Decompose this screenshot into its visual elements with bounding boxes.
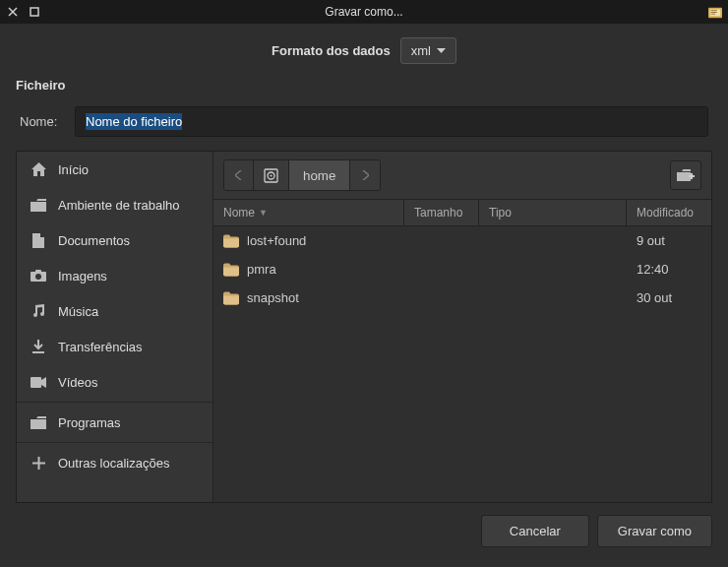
sidebar-item-label: Início [58,162,89,177]
path-forward-button[interactable] [350,160,380,190]
video-icon [30,374,46,390]
cancel-button[interactable]: Cancelar [481,515,589,547]
svg-rect-9 [30,377,41,388]
sidebar-item-label: Vídeos [58,375,97,390]
sidebar-separator [17,402,212,403]
file-type [479,296,627,300]
maximize-icon[interactable] [28,5,41,19]
svg-rect-14 [691,173,693,179]
name-label: Nome: [20,114,63,129]
save-button[interactable]: Gravar como [597,515,712,547]
path-current-button[interactable]: home [289,160,350,190]
sidebar-item-programs[interactable]: Programas [17,405,212,440]
sidebar-separator [17,442,212,443]
folder-icon [223,291,239,305]
column-header-name[interactable]: Nome▼ [213,200,404,225]
folder-icon [30,414,46,430]
sidebar: Início Ambiente de trabalho Documentos I… [17,152,213,502]
table-row[interactable]: pmra 12:40 [213,255,711,284]
camera-icon [30,268,46,284]
main-panel: home Nome▼ Tamanho Tipo Modificado lost+… [213,152,711,502]
format-select[interactable]: xml [400,37,456,64]
download-icon [30,339,46,354]
file-name: lost+found [247,233,306,248]
column-header-modified[interactable]: Modificado [627,200,711,225]
chevron-left-icon [235,170,242,180]
sidebar-item-label: Imagens [58,269,107,284]
file-size [404,239,479,243]
sidebar-item-videos[interactable]: Vídeos [17,364,212,400]
file-modified: 12:40 [627,260,711,279]
sidebar-item-music[interactable]: Música [17,293,212,329]
column-header-type[interactable]: Tipo [479,200,627,225]
file-section-label: Ficheiro [0,74,728,98]
plus-icon [30,455,46,471]
svg-rect-0 [30,8,38,16]
column-header-size[interactable]: Tamanho [404,200,479,225]
file-name: snapshot [247,290,299,305]
doc-icon [30,232,46,248]
disk-icon [264,168,278,183]
file-type [479,268,627,272]
format-row: Formato dos dados xml [0,24,728,74]
action-bar: Cancelar Gravar como [0,503,728,559]
file-browser: Início Ambiente de trabalho Documentos I… [16,151,712,503]
table-row[interactable]: lost+found 9 out [213,226,711,255]
svg-point-12 [271,174,273,176]
titlebar: Gravar como... [0,0,728,24]
file-size [404,296,479,300]
svg-rect-7 [35,270,41,273]
sidebar-item-label: Música [58,304,98,319]
home-icon [30,161,46,177]
folder-icon [223,263,239,277]
file-name: pmra [247,262,276,277]
file-type [479,239,627,243]
window-title: Gravar como... [325,5,402,19]
svg-rect-5 [711,14,715,15]
table-row[interactable]: snapshot 30 out [213,284,711,312]
chevron-down-icon [437,48,446,53]
file-size [404,268,479,272]
svg-rect-3 [711,10,717,11]
close-icon[interactable] [6,5,20,19]
sidebar-item-label: Documentos [58,233,130,248]
new-folder-icon [677,168,695,183]
chevron-right-icon [362,170,369,180]
sidebar-item-home[interactable]: Início [17,152,212,187]
folder-icon [30,197,46,213]
sort-indicator-icon: ▼ [259,208,268,218]
file-modified: 9 out [627,231,711,250]
filename-input[interactable]: Nome do ficheiro [75,106,708,137]
app-icon [708,5,722,19]
format-value: xml [411,43,431,58]
file-table: Nome▼ Tamanho Tipo Modificado lost+found… [213,199,711,502]
path-back-button[interactable] [224,160,254,190]
new-folder-button[interactable] [670,160,701,190]
svg-point-8 [35,274,41,280]
sidebar-item-downloads[interactable]: Transferências [17,329,212,364]
name-row: Nome: Nome do ficheiro [0,98,728,151]
sidebar-item-label: Ambiente de trabalho [58,198,180,213]
music-icon [30,303,46,319]
sidebar-item-label: Programas [58,415,121,430]
pathbar: home [213,152,711,199]
sidebar-item-label: Outras localizações [58,456,169,471]
svg-rect-4 [711,12,717,13]
sidebar-item-desktop[interactable]: Ambiente de trabalho [17,187,212,222]
path-root-button[interactable] [254,160,289,190]
sidebar-item-pictures[interactable]: Imagens [17,258,212,293]
file-modified: 30 out [627,288,711,307]
sidebar-item-label: Transferências [58,340,143,354]
folder-icon [223,234,239,248]
table-header: Nome▼ Tamanho Tipo Modificado [213,200,711,226]
sidebar-item-documents[interactable]: Documentos [17,222,212,258]
format-label: Formato dos dados [272,43,391,58]
path-nav: home [223,159,381,191]
sidebar-item-other-locations[interactable]: Outras localizações [17,445,212,480]
table-body: lost+found 9 out pmra 12:40 snapshot 30 … [213,226,711,502]
